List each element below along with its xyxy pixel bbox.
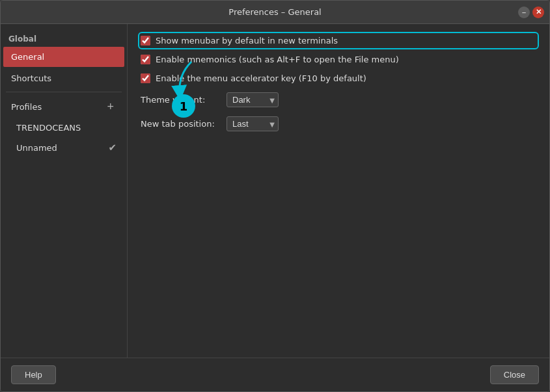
sidebar-divider [6,92,122,92]
theme-variant-label: Theme variant: [141,95,219,105]
new-tab-position-select[interactable]: Last First Next [227,116,279,131]
checkbox-show-menubar-input[interactable] [141,36,150,46]
new-tab-position-label: New tab position: [141,119,219,129]
preferences-dialog: Preferences – General – ✕ Global General… [0,0,550,392]
profile-item-unnamed[interactable]: Unnamed ✔ [3,138,124,157]
close-dialog-button[interactable]: Close [490,365,539,384]
checkbox-mnemonics-input[interactable] [141,55,150,64]
checkbox-mnemonics-label[interactable]: Enable mnemonics (such as Alt+F to open … [156,55,399,64]
profiles-header: Profiles + [3,96,124,118]
checkbox-show-menubar-label[interactable]: Show menubar by default in new terminals [156,36,338,46]
profiles-label: Profiles [11,102,42,112]
theme-variant-select-wrapper: Dark Light System ▼ [227,92,279,107]
add-profile-button[interactable]: + [104,101,117,112]
global-section-label: Global [1,29,127,46]
close-button[interactable]: ✕ [532,7,544,18]
theme-variant-row: Theme variant: Dark Light System ▼ [141,91,536,109]
checkbox-accelerator-input[interactable] [141,73,150,83]
minimize-button[interactable]: – [518,7,530,18]
theme-variant-select[interactable]: Dark Light System [227,92,279,107]
checkbox-enable-mnemonics[interactable]: Enable mnemonics (such as Alt+F to open … [141,53,536,66]
footer: Help Close [1,358,549,391]
content-area: Global General Shortcuts Profiles + TREN… [1,24,549,358]
sidebar-item-general[interactable]: General [3,47,124,67]
dialog-title: Preferences – General [228,7,321,17]
titlebar: Preferences – General – ✕ [1,1,549,24]
new-tab-position-select-wrapper: Last First Next ▼ [227,116,279,131]
checkbox-accelerator-label[interactable]: Enable the menu accelerator key (F10 by … [156,73,366,83]
sidebar: Global General Shortcuts Profiles + TREN… [1,24,128,358]
titlebar-controls: – ✕ [518,7,544,18]
profile-item-trendoceans[interactable]: TRENDOCEANS [3,119,124,137]
new-tab-position-row: New tab position: Last First Next ▼ [141,115,536,133]
sidebar-item-shortcuts[interactable]: Shortcuts [3,68,124,88]
checkbox-show-menubar[interactable]: Show menubar by default in new terminals [141,34,536,47]
checkbox-enable-accelerator[interactable]: Enable the menu accelerator key (F10 by … [141,72,536,85]
main-content: Show menubar by default in new terminals… [128,24,549,358]
default-profile-checkmark: ✔ [108,142,117,153]
help-button[interactable]: Help [11,365,56,384]
